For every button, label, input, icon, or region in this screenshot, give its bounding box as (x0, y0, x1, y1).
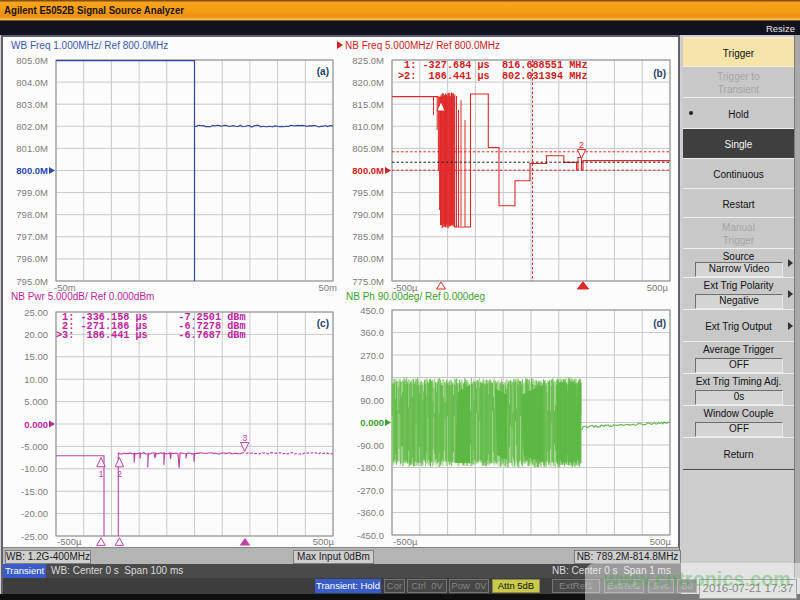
svg-text:90.00: 90.00 (360, 395, 384, 406)
svg-text:10.00: 10.00 (24, 374, 48, 385)
svg-text:5.000: 5.000 (24, 396, 48, 407)
svg-text:(d): (d) (653, 318, 666, 329)
svg-text:(b): (b) (653, 68, 666, 79)
svg-text:-10.00: -10.00 (21, 463, 48, 474)
svg-text:-270.0: -270.0 (357, 485, 384, 496)
svg-text:815.0M: 815.0M (352, 99, 384, 110)
svg-text:WB Freq 1.000MHz/ Ref 800.0MHz: WB Freq 1.000MHz/ Ref 800.0MHz (11, 40, 168, 51)
svg-text:25.00: 25.00 (24, 307, 48, 318)
svg-text:2: 2 (117, 469, 122, 479)
svg-text:1: -327.684 µs 816.688551 MHz: 1: -327.684 µs 816.688551 MHz (398, 60, 588, 71)
svg-text:775.0M: 775.0M (352, 276, 384, 287)
svg-text:810.0M: 810.0M (352, 121, 384, 132)
svg-text:805.0M: 805.0M (352, 143, 384, 154)
svg-text:500µ: 500µ (313, 536, 335, 547)
svg-text:-450.0: -450.0 (357, 530, 384, 541)
svg-text:804.0M: 804.0M (16, 77, 48, 88)
svg-text:180.0: 180.0 (360, 372, 384, 383)
svg-text:1: 1 (438, 115, 443, 125)
svg-text:-360.0: -360.0 (357, 507, 384, 518)
svg-text:800.0M: 800.0M (16, 165, 48, 176)
svg-text:795.0M: 795.0M (16, 276, 48, 287)
svg-text:790.0M: 790.0M (352, 209, 384, 220)
svg-text:NB Ph 90.00deg/ Ref 0.000deg: NB Ph 90.00deg/ Ref 0.000deg (346, 291, 485, 302)
svg-text:802.0M: 802.0M (16, 121, 48, 132)
svg-text:803.0M: 803.0M (16, 99, 48, 110)
svg-text:796.0M: 796.0M (16, 253, 48, 264)
svg-text:20.00: 20.00 (24, 329, 48, 340)
svg-text:500µ: 500µ (650, 536, 672, 547)
svg-text:805.0M: 805.0M (16, 55, 48, 66)
svg-text:NB Freq 5.000MHz/ Ref 800.0MHz: NB Freq 5.000MHz/ Ref 800.0MHz (345, 40, 500, 51)
svg-text:NB Pwr 5.000dB/ Ref 0.000dBm: NB Pwr 5.000dB/ Ref 0.000dBm (11, 291, 154, 302)
svg-text:798.0M: 798.0M (16, 209, 48, 220)
svg-text:800.0M: 800.0M (352, 165, 384, 176)
svg-text:-5.000: -5.000 (21, 441, 48, 452)
svg-text:-15.00: -15.00 (21, 486, 48, 497)
svg-text:-90.00: -90.00 (357, 440, 384, 451)
svg-text:450.0: 450.0 (360, 305, 384, 316)
svg-text:(c): (c) (317, 318, 329, 329)
svg-text:-180.0: -180.0 (357, 462, 384, 473)
svg-text:-500µ: -500µ (57, 536, 82, 547)
svg-text:820.0M: 820.0M (352, 77, 384, 88)
svg-text:15.00: 15.00 (24, 351, 48, 362)
svg-text:-25.00: -25.00 (21, 531, 48, 542)
svg-text:500µ: 500µ (647, 282, 669, 293)
svg-text:-500µ: -500µ (393, 536, 418, 547)
svg-text:50m: 50m (319, 282, 338, 293)
svg-text:825.0M: 825.0M (352, 55, 384, 66)
svg-text:0.000: 0.000 (24, 419, 48, 430)
svg-text:3: 3 (242, 433, 247, 443)
svg-text:>3: 186.441 µs -6.7687 dB: >3: 186.441 µs -6.7687 dBm (56, 330, 246, 341)
svg-text:780.0M: 780.0M (352, 253, 384, 264)
svg-text:270.0: 270.0 (360, 350, 384, 361)
svg-text:801.0M: 801.0M (16, 143, 48, 154)
svg-text:795.0M: 795.0M (352, 187, 384, 198)
svg-text:-20.00: -20.00 (21, 508, 48, 519)
svg-text:785.0M: 785.0M (352, 231, 384, 242)
svg-text:1: 1 (98, 469, 103, 479)
svg-text:>2: 186.441 µs 802.031394 MH: >2: 186.441 µs 802.031394 MHz (398, 71, 588, 82)
svg-text:2: 2 (579, 140, 584, 150)
svg-text:797.0M: 797.0M (16, 231, 48, 242)
svg-text:0.000: 0.000 (360, 417, 384, 428)
svg-text:(a): (a) (317, 66, 329, 77)
svg-text:799.0M: 799.0M (16, 187, 48, 198)
svg-text:360.0: 360.0 (360, 327, 384, 338)
